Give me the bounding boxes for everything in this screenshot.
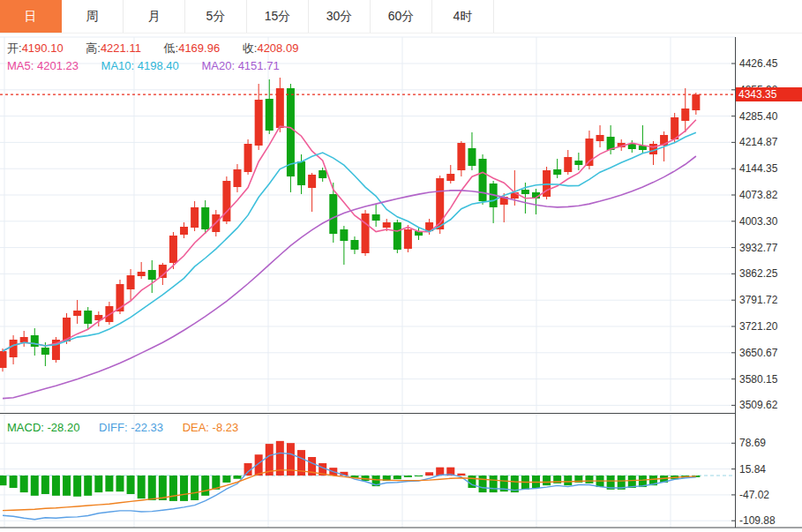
diff-value: -22.33: [131, 421, 163, 434]
macd-bar: [73, 476, 81, 497]
macd-bar: [479, 476, 487, 492]
macd-bar: [191, 476, 199, 500]
candle-body: [446, 174, 454, 181]
dea-label: DEA:: [183, 421, 209, 434]
macd-axis-label: 15.84: [739, 463, 766, 476]
macd-bar: [94, 476, 102, 492]
candle-body: [692, 94, 700, 110]
ma5-value: 4201.23: [37, 59, 79, 72]
macd-bar: [490, 476, 498, 492]
macd-bar: [233, 476, 241, 479]
price-axis-label: 4144.35: [739, 162, 777, 175]
high-label: 高:: [86, 41, 101, 55]
candle-body: [394, 222, 401, 250]
candle-body: [308, 175, 316, 188]
candle-body: [553, 169, 561, 175]
price-axis-label: 3862.25: [739, 267, 777, 280]
candle-body: [350, 240, 358, 250]
candle-body: [319, 170, 326, 178]
ma10-value: 4198.40: [138, 59, 179, 72]
candle-body: [564, 157, 572, 172]
macd-bar: [457, 474, 465, 476]
candle-body: [372, 214, 380, 221]
candle-body: [340, 229, 348, 241]
last-price-badge: 4343.35: [736, 87, 802, 101]
macd-bar: [105, 476, 113, 491]
candle-body: [127, 275, 135, 289]
ma10-label: MA10:: [101, 59, 135, 72]
candle-body: [297, 161, 305, 185]
ma20-line: [3, 156, 696, 399]
macd-bar: [585, 476, 593, 483]
macd-value: -28.20: [48, 421, 80, 434]
low-label: 低:: [164, 41, 179, 55]
open-label: 开:: [7, 41, 22, 55]
macd-axis-label: -47.02: [739, 489, 769, 501]
macd-info-row: MACD: -28.20 DIFF: -22.33 DEA: -8.23: [7, 421, 258, 434]
candle-body: [169, 236, 177, 263]
candle-body: [266, 99, 274, 131]
candle-body: [148, 270, 156, 280]
diff-label: DIFF:: [99, 421, 128, 434]
macd-bar: [169, 476, 177, 501]
macd-bar: [564, 476, 572, 485]
ma20-value: 4151.71: [238, 59, 280, 72]
candle-body: [233, 169, 241, 187]
candle-body: [73, 311, 81, 316]
price-axis-label: 4426.45: [739, 57, 777, 70]
macd-bar: [52, 476, 60, 496]
price-axis-label: 3791.72: [739, 294, 777, 306]
ma5-label: MA5:: [7, 59, 34, 72]
macd-bar: [10, 476, 18, 488]
open-value: 4190.10: [22, 41, 64, 55]
macd-axis-label: -109.88: [739, 514, 776, 527]
macd-bar: [138, 476, 146, 498]
macd-bar: [404, 476, 412, 477]
price-axis-label: 3932.77: [739, 242, 777, 254]
candle-body: [362, 214, 370, 253]
macd-bar: [63, 476, 71, 496]
candle-body: [138, 272, 146, 276]
candle-body: [31, 335, 39, 347]
macd-bar: [201, 476, 209, 496]
candle-body: [201, 207, 209, 229]
macd-bar: [127, 476, 135, 494]
candle-body: [329, 194, 337, 234]
candlestick-chart: [0, 0, 802, 532]
macd-bar: [415, 476, 423, 476]
candle-body: [596, 135, 604, 141]
price-axis-label: 3650.67: [739, 347, 777, 359]
macd-bar: [180, 476, 188, 501]
macd-bar: [41, 476, 49, 494]
candle-body: [681, 109, 689, 121]
candle-body: [41, 348, 49, 355]
price-axis-label: 4003.30: [739, 215, 777, 228]
dea-value: -8.23: [213, 421, 239, 434]
price-axis-label: 4214.87: [739, 136, 777, 148]
macd-bar: [148, 476, 156, 500]
price-axis-label: 3509.62: [739, 399, 777, 411]
price-axis-label: 4073.82: [739, 189, 777, 201]
candle-body: [20, 337, 28, 342]
close-label: 收:: [243, 41, 258, 55]
candle-body: [383, 222, 391, 228]
macd-bar: [20, 476, 28, 492]
macd-bar: [394, 476, 401, 479]
macd-label: MACD:: [7, 421, 44, 434]
high-value: 4221.11: [101, 41, 141, 55]
macd-bar: [425, 472, 433, 476]
macd-bar: [116, 476, 124, 491]
candle-body: [84, 311, 92, 324]
macd-bar: [543, 476, 551, 485]
close-value: 4208.09: [257, 41, 298, 55]
candle-body: [180, 227, 188, 235]
candle-body: [521, 190, 529, 194]
candle-body: [191, 207, 199, 228]
macd-axis-label: 78.69: [739, 437, 766, 449]
candle-body: [255, 100, 263, 146]
candle-body: [479, 159, 487, 201]
macd-bar: [222, 476, 230, 483]
ma-info-row: MA5: 4201.23 MA10: 4198.40 MA20: 4151.71: [7, 59, 299, 72]
candle-body: [468, 148, 476, 166]
candle-body: [436, 178, 444, 229]
